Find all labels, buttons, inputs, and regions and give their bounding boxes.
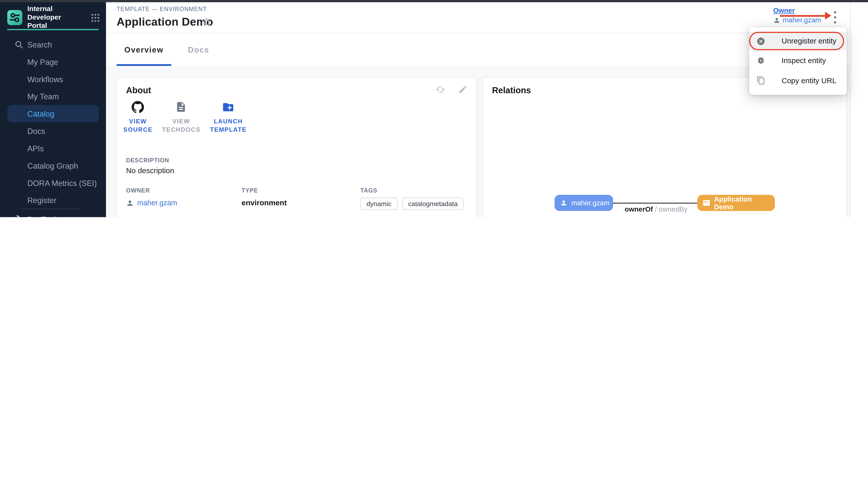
owner-field-label: OWNER [126,187,177,194]
header-owner-value[interactable]: maher.gzam [773,16,821,24]
sidebar-divider [22,209,80,209]
entity-context-menu-button[interactable] [832,10,838,24]
menu-item-copy-entity-url[interactable]: Copy entity URL [749,70,847,90]
description-label: DESCRIPTION [126,157,169,163]
relation-node-entity-label: Application Demo [714,195,768,211]
description-value: No description [126,167,174,175]
sidebar-item-label: APIs [27,144,44,153]
relation-edge [613,203,697,204]
about-type-column: TYPE environment [242,187,287,207]
view-source-label: VIEWSOURCE [123,117,153,134]
tag-chip: dynamic [361,198,398,210]
sidebar-item-docs[interactable]: Docs [0,122,106,140]
app-logo-icon [7,10,22,25]
sidebar-item-label: Docs [27,126,45,135]
sidebar-item-label: DORA Metrics (SEI) [27,178,97,187]
owner-value-label: maher.gzam [783,16,821,24]
menu-item-label: Unregister entity [782,37,836,45]
about-card: About VIEWSOURCE [117,77,477,217]
about-card-actions [436,85,468,94]
owner-link[interactable]: Owner [773,7,821,14]
launch-template-link[interactable]: LAUNCHTEMPLATE [210,101,247,134]
window-top-edge [0,0,868,2]
about-tags-column: TAGS dynamic catalogmetadata [361,187,464,210]
apps-grid-icon[interactable] [91,13,100,22]
search-icon [14,40,24,49]
sidebar-item-search[interactable]: Search [0,36,106,53]
relation-node-user[interactable]: maher.gzam [555,195,613,211]
entity-context-menu: Unregister entity Inspect entity Copy en… [749,27,847,95]
person-icon [560,199,567,207]
sidebar-item-label: Workflows [27,74,63,84]
owner-block: Owner maher.gzam [773,7,821,24]
menu-item-unregister-entity[interactable]: Unregister entity [749,32,847,50]
github-icon [132,101,144,113]
favorite-star-icon[interactable] [202,17,212,27]
tab-docs[interactable]: Docs [177,33,220,66]
relations-card: Relations ownerOf / ownedBy maher.gzam [483,77,847,217]
view-techdocs-link: VIEWTECHDOCS [162,101,200,134]
sidebar-item-label: Search [27,40,52,49]
tab-overview[interactable]: Overview [117,33,171,66]
about-card-title: About [126,85,151,95]
relation-node-entity[interactable]: Application Demo [697,195,775,211]
sidebar-item-apis[interactable]: APIs [0,140,106,157]
sidebar-item-register[interactable]: Register [0,191,106,209]
relation-edge-label: ownerOf / ownedBy [617,205,695,213]
sidebar-item-label: My Page [27,57,58,66]
about-type-value: environment [242,199,287,207]
main-area: TEMPLATE — ENVIRONMENT Application Demo … [106,0,868,217]
screen: Internal Developer Portal Search My Pa [0,0,868,217]
sidebar-item-label: Register [27,195,57,205]
about-links-row: VIEWSOURCE VIEWTECHDOCS [123,101,247,134]
view-techdocs-label: VIEWTECHDOCS [162,117,200,134]
page-title: Application Demo [117,16,213,28]
template-card-icon [703,199,710,207]
relations-card-title: Relations [492,85,531,95]
tags-field-label: TAGS [361,187,464,194]
sidebar: Internal Developer Portal Search My Pa [0,0,106,217]
view-source-link[interactable]: VIEWSOURCE [123,101,153,134]
about-owner-value[interactable]: maher.gzam [137,199,177,207]
sidebar-item-catalog[interactable]: Catalog [7,105,99,122]
wrench-icon [14,215,24,217]
relation-node-user-label: maher.gzam [571,199,610,207]
sidebar-item-devtools[interactable]: DevTools [0,210,106,217]
sidebar-nav: Search My Page Workflows My Team Catalog… [0,36,106,217]
sidebar-item-catalog-graph[interactable]: Catalog Graph [0,157,106,174]
sidebar-item-my-page[interactable]: My Page [0,53,106,70]
sidebar-item-dora-metrics[interactable]: DORA Metrics (SEI) [0,174,106,191]
folder-plus-icon [222,101,235,113]
breadcrumb: TEMPLATE — ENVIRONMENT [117,5,207,12]
sidebar-item-label: Catalog Graph [27,161,78,170]
sidebar-item-workflows[interactable]: Workflows [0,70,106,88]
copy-icon [756,76,766,85]
sidebar-item-my-team[interactable]: My Team [0,88,106,105]
type-field-label: TYPE [242,187,287,194]
menu-item-label: Copy entity URL [782,76,836,85]
bug-icon [756,56,766,65]
about-owner-column: OWNER maher.gzam [126,187,177,207]
menu-item-label: Inspect entity [782,56,826,64]
launch-template-label: LAUNCHTEMPLATE [210,117,247,134]
cancel-circle-icon [756,36,766,46]
tag-chip: catalogmetadata [402,198,464,210]
sidebar-accent-divider [7,29,99,30]
docs-file-icon [175,101,187,113]
sidebar-item-label: My Team [27,92,59,101]
sidebar-item-label: DevTools [27,215,60,217]
menu-item-inspect-entity[interactable]: Inspect entity [749,50,847,70]
app-title: Internal Developer Portal [27,5,81,30]
person-icon [126,199,134,207]
sidebar-logo-row: Internal Developer Portal [7,5,100,30]
right-edge-panel [850,0,868,217]
refresh-icon[interactable] [436,85,445,94]
active-tab-underline [117,64,171,66]
person-icon [773,17,780,24]
edit-pencil-icon[interactable] [458,85,468,94]
sidebar-item-label: Catalog [27,109,54,118]
